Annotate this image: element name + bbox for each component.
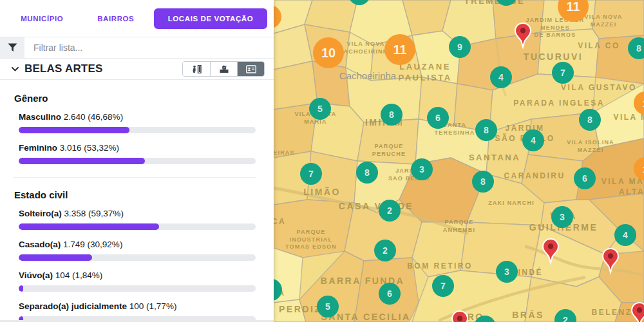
voters-view-button[interactable] (183, 62, 210, 76)
cluster-marker-green[interactable]: 3 (411, 158, 433, 180)
tab-bairros[interactable]: BAIRROS (80, 9, 152, 28)
stat-bar-fill (19, 127, 129, 133)
stat-bar-fill (19, 158, 145, 164)
cluster-marker-green[interactable]: 5 (309, 98, 331, 120)
map-pin[interactable] (630, 301, 644, 322)
map-area-label: TREMEMBÉ (464, 0, 525, 6)
cluster-marker-green[interactable]: 3 (551, 206, 573, 228)
map-area-label: BOM RETIRO (407, 261, 473, 272)
stat-value: 2.640 (64, 112, 86, 122)
stat-value: 104 (55, 270, 70, 280)
stat-value: 3.358 (64, 209, 86, 218)
cluster-marker-green[interactable]: 8 (356, 162, 378, 184)
stat-bar-track (19, 285, 256, 292)
map-area-label: VILA GUSTAVO (561, 83, 637, 93)
stat-value: 100 (129, 301, 144, 311)
stat-bar-track (19, 223, 256, 230)
stat-pct: (59,37%) (88, 209, 124, 218)
map-area-label: CASA VERDE (339, 200, 413, 212)
stat-label: Solteiro(a) (19, 209, 62, 218)
map-area-label: ZAKI NARCHI (488, 200, 535, 207)
cluster-marker-green[interactable]: 4 (614, 224, 636, 246)
map-area-label: LIMÃO (303, 186, 341, 198)
filter-funnel-icon (0, 37, 24, 58)
stat-bar-fill (19, 285, 23, 292)
ballot-box-view-button[interactable] (210, 62, 237, 76)
tab-bar: MUNICÍPIO BAIRROS LOCAIS DE VOTAÇÃO (0, 0, 274, 37)
stat-label: Feminino (19, 143, 57, 153)
map-area-label: EIRAS (274, 149, 295, 157)
stat-bar-track (19, 254, 256, 261)
stat-group-title: Gênero (14, 93, 256, 104)
cluster-marker-green[interactable]: 9 (449, 36, 471, 58)
filter-input[interactable] (24, 37, 274, 58)
stat-item: Masculino 2.640 (46,68%) (19, 112, 256, 133)
stat-item: Viúvo(a) 104 (1,84%) (19, 270, 256, 292)
sidebar: MUNICÍPIO BAIRROS LOCAIS DE VOTAÇÃO BELA… (0, 0, 274, 322)
cluster-marker-green[interactable]: 7 (300, 163, 322, 185)
stat-bar-track (19, 158, 256, 164)
chevron-down-icon[interactable] (12, 67, 19, 71)
cluster-marker-green[interactable]: 2 (374, 240, 396, 261)
cluster-marker-orange[interactable]: 11 (384, 34, 415, 65)
cluster-marker-green[interactable]: 6 (427, 107, 449, 129)
stat-value: 3.016 (60, 143, 82, 153)
tab-municipio[interactable]: MUNICÍPIO (6, 9, 78, 28)
stat-bar-fill (19, 223, 159, 230)
cluster-marker-green[interactable]: 8 (579, 109, 601, 131)
stat-pct: (46,68%) (88, 112, 123, 122)
map-pin[interactable] (513, 22, 533, 52)
stat-pct: (30,92%) (88, 240, 123, 249)
stat-value: 1.749 (63, 240, 85, 249)
stat-bar-track (19, 127, 256, 133)
map-area-label: CA (274, 217, 286, 227)
cluster-marker-green[interactable]: 2 (379, 200, 401, 222)
map-area-label: SANTANA (469, 153, 520, 164)
map-area-label: PARQUE PERUCHE (372, 143, 406, 158)
election-map-app: MUNICÍPIO BAIRROS LOCAIS DE VOTAÇÃO BELA… (0, 0, 644, 322)
stat-group-title: Estado civil (14, 189, 256, 200)
stat-label: Separado(a) judicialmente (19, 301, 127, 311)
cluster-marker-green[interactable]: 4 (490, 66, 512, 88)
cluster-marker-green[interactable]: 3 (496, 261, 518, 283)
map-area-label: PARADA INGLESA (513, 99, 605, 109)
stat-item: Casado(a) 1.749 (30,92%) (19, 240, 256, 261)
map-area-label: TUCURUVI (524, 51, 583, 62)
map-canvas[interactable]: TREMEMBÉVILA NOVA CACHOEIRINHACachoeirin… (274, 0, 644, 322)
section-title: BELAS ARTES (24, 62, 182, 75)
stat-pct: (1,77%) (146, 301, 176, 311)
map-area-label: VILA NOVA MAZZEI (585, 14, 623, 28)
stat-pct: (1,84%) (72, 270, 102, 280)
map-area-label: CARANDIRU (504, 171, 565, 182)
map-area-label: PARQUE INDUSTRIAL TOMAS EDSON (285, 229, 337, 251)
filter-bar (0, 37, 274, 59)
cluster-marker-green[interactable]: 4 (522, 129, 544, 151)
cluster-marker-green[interactable]: 8 (472, 171, 494, 193)
map-area-label: VILA MARIA ALTA (601, 177, 644, 197)
cluster-marker-green[interactable]: 7 (432, 275, 454, 297)
map-area-label: BRÁS (512, 309, 544, 321)
tab-locais-de-votacao[interactable]: LOCAIS DE VOTAÇÃO (154, 8, 267, 29)
cluster-marker-green[interactable]: 7 (552, 62, 574, 84)
map-district-label: Cachoeirinha (339, 70, 396, 82)
map-area-label: VILA CO (578, 41, 620, 52)
cluster-marker-orange[interactable]: 10 (313, 37, 344, 68)
cluster-marker-green[interactable]: 8 (381, 104, 402, 126)
map-area-label: LAUZANE PAULISTA (398, 62, 451, 84)
cluster-marker-green[interactable]: 6 (574, 167, 596, 189)
stat-pct: (53,32%) (84, 143, 119, 153)
stat-item: Feminino 3.016 (53,32%) (19, 143, 256, 164)
map-pin[interactable] (541, 238, 560, 267)
view-toggle-group (182, 61, 265, 77)
cluster-marker-green[interactable]: 6 (379, 283, 401, 305)
stat-label: Viúvo(a) (19, 270, 53, 280)
map-area-label: VILA ISOLINA MAZZEI (567, 139, 614, 154)
id-card-view-button[interactable] (237, 62, 264, 76)
cluster-marker-green[interactable]: 5 (317, 296, 339, 317)
stat-bar-fill (19, 254, 92, 261)
map-pin[interactable] (601, 247, 620, 277)
stat-label: Casado(a) (19, 240, 61, 249)
cluster-marker-green[interactable]: 8 (475, 119, 497, 141)
stat-item: Solteiro(a) 3.358 (59,37%) (19, 209, 256, 230)
map-pin[interactable] (450, 310, 469, 322)
